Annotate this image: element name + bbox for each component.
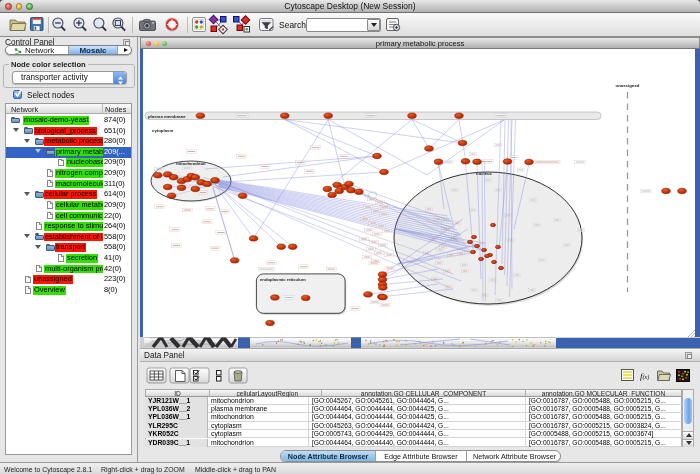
svg-text:unassigned: unassigned — [616, 83, 640, 88]
svg-text:f(x): f(x) — [640, 371, 649, 381]
svg-text:endoplasmic reticulum: endoplasmic reticulum — [260, 277, 306, 282]
svg-text:plasma membrane: plasma membrane — [148, 114, 186, 119]
svg-text:mitochondrion: mitochondrion — [176, 161, 206, 166]
svg-text:cytoplasm: cytoplasm — [152, 128, 173, 133]
